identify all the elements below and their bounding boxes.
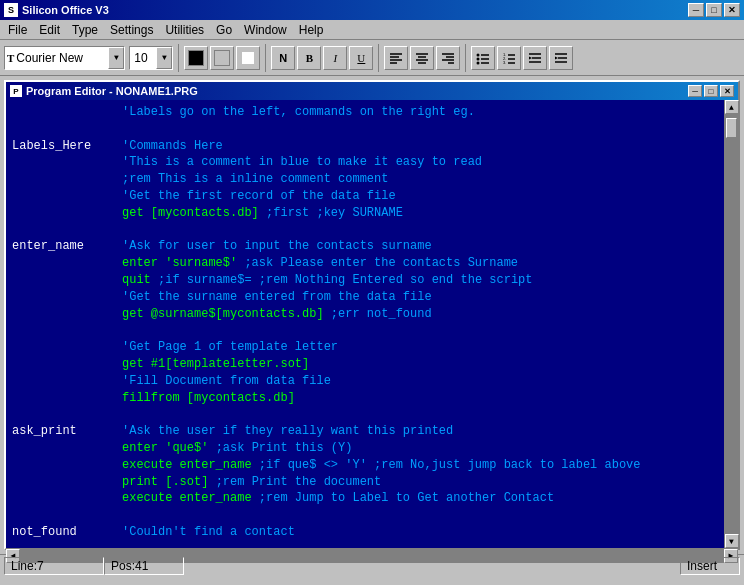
scrollbar-track[interactable] bbox=[725, 114, 738, 534]
title-buttons: ─ □ ✕ bbox=[688, 3, 740, 17]
bullet-list-button[interactable] bbox=[471, 46, 495, 70]
fg-color-button[interactable] bbox=[184, 46, 208, 70]
outdent-button[interactable] bbox=[523, 46, 547, 70]
numbered-list-button[interactable]: 1.2.3. bbox=[497, 46, 521, 70]
size-dropdown-button[interactable]: ▼ bbox=[156, 47, 172, 69]
editor-content[interactable]: 'Labels go on the left, commands on the … bbox=[6, 100, 724, 548]
format-section: N B I U bbox=[271, 46, 373, 70]
app-title: Silicon Office V3 bbox=[22, 4, 109, 16]
svg-text:3.: 3. bbox=[503, 60, 506, 65]
app-icon: S bbox=[4, 3, 18, 17]
align-center-button[interactable] bbox=[410, 46, 434, 70]
indent-button[interactable] bbox=[549, 46, 573, 70]
italic-button[interactable]: I bbox=[323, 46, 347, 70]
inner-title-bar: P Program Editor - NONAME1.PRG ─ □ ✕ bbox=[6, 82, 738, 100]
close-button[interactable]: ✕ bbox=[724, 3, 740, 17]
toolbar-divider-3 bbox=[378, 44, 379, 72]
line-status: Line:7 bbox=[4, 557, 104, 575]
font-icon: T bbox=[7, 52, 14, 64]
inner-minimize-button[interactable]: ─ bbox=[688, 85, 702, 97]
menu-help[interactable]: Help bbox=[293, 21, 330, 39]
menu-settings[interactable]: Settings bbox=[104, 21, 159, 39]
inner-title-buttons: ─ □ ✕ bbox=[688, 85, 734, 97]
svg-point-14 bbox=[477, 57, 480, 60]
align-section bbox=[384, 46, 460, 70]
menu-file[interactable]: File bbox=[2, 21, 33, 39]
title-bar-left: S Silicon Office V3 bbox=[4, 3, 109, 17]
list-section: 1.2.3. bbox=[471, 46, 573, 70]
title-bar: S Silicon Office V3 ─ □ ✕ bbox=[0, 0, 744, 20]
menu-bar: File Edit Type Settings Utilities Go Win… bbox=[0, 20, 744, 40]
maximize-button[interactable]: □ bbox=[706, 3, 722, 17]
svg-marker-27 bbox=[529, 56, 532, 59]
vertical-scrollbar[interactable]: ▲ ▼ bbox=[724, 100, 738, 548]
font-section: T Courier New ▼ 10 ▼ bbox=[4, 46, 173, 70]
program-editor-window: P Program Editor - NONAME1.PRG ─ □ ✕ 'La… bbox=[4, 80, 740, 550]
menu-window[interactable]: Window bbox=[238, 21, 293, 39]
svg-point-16 bbox=[477, 61, 480, 64]
scroll-up-button[interactable]: ▲ bbox=[725, 100, 739, 114]
editor-icon: P bbox=[10, 85, 22, 97]
bg-color-swatch bbox=[214, 50, 230, 66]
minimize-button[interactable]: ─ bbox=[688, 3, 704, 17]
editor-container: 'Labels go on the left, commands on the … bbox=[6, 100, 738, 548]
inner-title-left: P Program Editor - NONAME1.PRG bbox=[10, 85, 198, 97]
font-size-display[interactable]: 10 bbox=[130, 51, 156, 65]
mode-status: Insert bbox=[680, 557, 740, 575]
normal-button[interactable]: N bbox=[271, 46, 295, 70]
svg-point-12 bbox=[477, 53, 480, 56]
scrollbar-thumb[interactable] bbox=[726, 118, 737, 138]
bold-button[interactable]: B bbox=[297, 46, 321, 70]
align-left-button[interactable] bbox=[384, 46, 408, 70]
menu-type[interactable]: Type bbox=[66, 21, 104, 39]
font-dropdown-button[interactable]: ▼ bbox=[108, 47, 124, 69]
color-section bbox=[184, 46, 260, 70]
font-name-display[interactable]: Courier New bbox=[16, 51, 106, 65]
menu-edit[interactable]: Edit bbox=[33, 21, 66, 39]
bg-color-button[interactable] bbox=[210, 46, 234, 70]
toolbar-divider-4 bbox=[465, 44, 466, 72]
scroll-down-button[interactable]: ▼ bbox=[725, 534, 739, 548]
toolbar-divider-2 bbox=[265, 44, 266, 72]
inner-close-button[interactable]: ✕ bbox=[720, 85, 734, 97]
editor-title: Program Editor - NONAME1.PRG bbox=[26, 85, 198, 97]
underline-button[interactable]: U bbox=[349, 46, 373, 70]
toolbar: T Courier New ▼ 10 ▼ N B I U bbox=[0, 40, 744, 76]
border-swatch bbox=[240, 50, 256, 66]
border-color-button[interactable] bbox=[236, 46, 260, 70]
fg-color-swatch bbox=[188, 50, 204, 66]
menu-utilities[interactable]: Utilities bbox=[159, 21, 210, 39]
menu-go[interactable]: Go bbox=[210, 21, 238, 39]
toolbar-divider-1 bbox=[178, 44, 179, 72]
align-right-button[interactable] bbox=[436, 46, 460, 70]
pos-status: Pos:41 bbox=[104, 557, 184, 575]
inner-maximize-button[interactable]: □ bbox=[704, 85, 718, 97]
svg-marker-31 bbox=[555, 56, 558, 59]
